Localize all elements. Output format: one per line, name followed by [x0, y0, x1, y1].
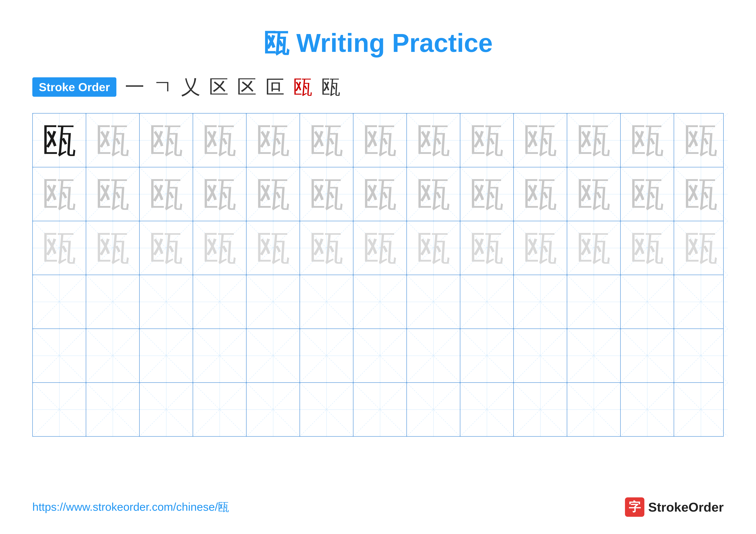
grid-cell[interactable]: [514, 383, 567, 436]
grid-cell[interactable]: 瓯: [140, 114, 193, 167]
svg-line-80: [86, 275, 139, 328]
grid-cell[interactable]: [407, 275, 460, 328]
grid-cell[interactable]: 瓯: [674, 221, 728, 275]
grid-cell[interactable]: 瓯: [460, 221, 514, 275]
grid-cell[interactable]: 瓯: [621, 167, 674, 221]
practice-char: 瓯: [42, 231, 76, 265]
grid-cell[interactable]: 瓯: [86, 167, 140, 221]
grid-cell[interactable]: 瓯: [353, 167, 407, 221]
grid-cell[interactable]: [674, 275, 728, 328]
grid-cell[interactable]: 瓯: [674, 114, 728, 167]
grid-cell[interactable]: [567, 275, 621, 328]
grid-cell[interactable]: [353, 329, 407, 382]
grid-cell[interactable]: 瓯: [514, 167, 567, 221]
grid-cell[interactable]: 瓯: [140, 221, 193, 275]
grid-cell[interactable]: [514, 329, 567, 382]
grid-cell[interactable]: [674, 383, 728, 436]
grid-cell[interactable]: 瓯: [247, 221, 300, 275]
svg-line-152: [621, 383, 674, 436]
grid-cell[interactable]: 瓯: [353, 221, 407, 275]
grid-cell[interactable]: 瓯: [193, 114, 247, 167]
grid-cell[interactable]: [33, 383, 86, 436]
grid-cell[interactable]: [193, 275, 247, 328]
grid-cell[interactable]: 瓯: [567, 221, 621, 275]
grid-cell[interactable]: [514, 275, 567, 328]
svg-line-135: [140, 383, 193, 436]
svg-line-117: [353, 329, 406, 382]
stroke-4: 区: [209, 74, 229, 100]
grid-cell[interactable]: 瓯: [621, 114, 674, 167]
grid-cell[interactable]: [33, 275, 86, 328]
grid-cell[interactable]: [247, 383, 300, 436]
practice-char: 瓯: [309, 231, 344, 265]
svg-line-86: [247, 275, 300, 328]
grid-cell[interactable]: [300, 383, 353, 436]
grid-cell[interactable]: 瓯: [300, 167, 353, 221]
grid-cell[interactable]: 瓯: [33, 167, 86, 221]
grid-cell[interactable]: [674, 329, 728, 382]
grid-cell[interactable]: 瓯: [621, 221, 674, 275]
svg-line-107: [86, 329, 139, 382]
grid-cell[interactable]: [353, 383, 407, 436]
svg-line-129: [674, 329, 728, 382]
grid-cell[interactable]: 瓯: [33, 114, 86, 167]
grid-cell[interactable]: [193, 383, 247, 436]
grid-cell[interactable]: 瓯: [674, 167, 728, 221]
grid-cell[interactable]: [86, 329, 140, 382]
svg-line-143: [353, 383, 406, 436]
grid-cell[interactable]: 瓯: [514, 221, 567, 275]
grid-cell[interactable]: [621, 383, 674, 436]
grid-cell[interactable]: 瓯: [567, 114, 621, 167]
grid-cell[interactable]: 瓯: [514, 114, 567, 167]
grid-cell[interactable]: 瓯: [407, 167, 460, 221]
practice-char: 瓯: [363, 177, 397, 211]
grid-cell[interactable]: [567, 383, 621, 436]
grid-cell[interactable]: [140, 275, 193, 328]
grid-cell[interactable]: [247, 329, 300, 382]
practice-char: 瓯: [256, 231, 290, 265]
grid-cell[interactable]: [140, 329, 193, 382]
svg-line-132: [86, 383, 139, 436]
grid-cell[interactable]: [407, 329, 460, 382]
grid-cell[interactable]: [460, 275, 514, 328]
grid-cell[interactable]: [247, 275, 300, 328]
grid-cell[interactable]: 瓯: [300, 221, 353, 275]
grid-cell[interactable]: 瓯: [460, 167, 514, 221]
svg-line-78: [33, 275, 86, 328]
grid-cell[interactable]: 瓯: [86, 114, 140, 167]
practice-char: 瓯: [149, 231, 183, 265]
grid-cell[interactable]: 瓯: [407, 221, 460, 275]
footer-link[interactable]: https://www.strokeorder.com/chinese/瓯: [32, 499, 229, 515]
grid-cell[interactable]: 瓯: [33, 221, 86, 275]
grid-cell[interactable]: [140, 383, 193, 436]
grid-cell[interactable]: [460, 329, 514, 382]
grid-cell[interactable]: [407, 383, 460, 436]
grid-cell[interactable]: 瓯: [353, 114, 407, 167]
grid-cell[interactable]: [33, 329, 86, 382]
footer-logo-text: StrokeOrder: [648, 500, 724, 515]
grid-row: 瓯 瓯 瓯 瓯 瓯 瓯 瓯 瓯 瓯 瓯 瓯 瓯 瓯: [33, 114, 723, 167]
grid-cell[interactable]: [460, 383, 514, 436]
grid-cell[interactable]: [193, 329, 247, 382]
svg-line-81: [86, 275, 139, 328]
grid-cell[interactable]: [621, 275, 674, 328]
grid-cell[interactable]: 瓯: [140, 167, 193, 221]
grid-cell[interactable]: 瓯: [460, 114, 514, 167]
grid-cell[interactable]: [300, 275, 353, 328]
grid-cell[interactable]: 瓯: [300, 114, 353, 167]
grid-cell[interactable]: 瓯: [86, 221, 140, 275]
grid-cell[interactable]: 瓯: [193, 221, 247, 275]
grid-cell[interactable]: [300, 329, 353, 382]
grid-cell[interactable]: [567, 329, 621, 382]
grid-cell[interactable]: 瓯: [247, 167, 300, 221]
grid-cell[interactable]: [353, 275, 407, 328]
grid-cell[interactable]: [86, 383, 140, 436]
grid-cell[interactable]: [86, 275, 140, 328]
grid-cell[interactable]: [621, 329, 674, 382]
svg-line-105: [33, 329, 86, 382]
grid-cell[interactable]: 瓯: [567, 167, 621, 221]
svg-line-113: [247, 329, 300, 382]
grid-cell[interactable]: 瓯: [247, 114, 300, 167]
grid-cell[interactable]: 瓯: [193, 167, 247, 221]
grid-cell[interactable]: 瓯: [407, 114, 460, 167]
